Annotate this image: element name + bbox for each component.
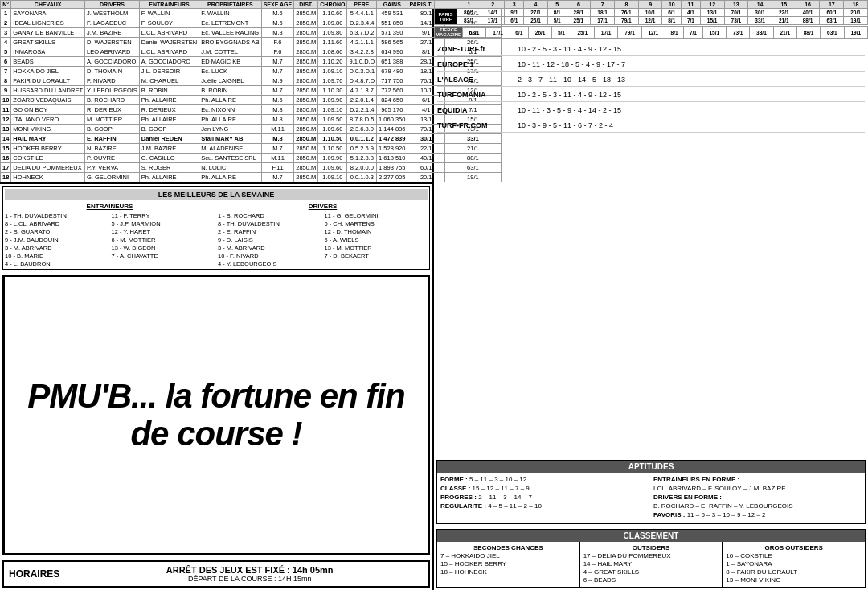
table-cell: 1.09.90	[318, 96, 347, 105]
prono-row: TURF-FR.COM10 - 3 - 9 - 5 - 11 - 6 - 7 -…	[437, 119, 865, 133]
list-item: 12 - D. THOMAIN	[325, 227, 428, 236]
col-drivers: DRIVERS	[85, 1, 140, 9]
race-table: N° CHEVAUX DRIVERS ENTRAINEURS PROPRIETA…	[0, 0, 502, 182]
tierce-grid-cell: 33/1	[750, 27, 773, 39]
table-cell: M.7	[261, 144, 294, 154]
grid-cell: 12/1	[638, 17, 662, 25]
table-cell: 5.1.2.8.8	[347, 154, 377, 163]
table-cell: 1 144 886	[377, 125, 407, 134]
classement-section: CLASSEMENT SECONDES CHANCES 7 – HOKKAIDO…	[436, 529, 866, 588]
grid-cell: 88/1	[796, 17, 820, 25]
list-item: 10 - F. NIVARD	[218, 252, 321, 260]
col-chevaux: CHEVAUX	[11, 1, 85, 9]
horaires-label: HORAIRES	[9, 568, 59, 580]
table-cell: GO ON BOY	[11, 105, 85, 115]
progres-value: 2 – 11 – 3 – 14 – 7	[478, 494, 532, 501]
table-cell: D.2.3.4.4	[347, 18, 377, 28]
prono-row: ZONE-TURF.fr10 - 2 - 5 - 3 - 11 - 4 - 9 …	[437, 43, 865, 56]
table-cell: ITALIANO VERO	[11, 115, 85, 125]
grid-cell: 28/1	[567, 9, 591, 17]
grid-cell: 8/1	[547, 9, 567, 17]
table-cell: 1 618 510	[377, 154, 407, 163]
table-cell: Ph. ALLAIRE	[199, 173, 262, 182]
table-cell: 9.1.0.D.D	[347, 57, 377, 67]
regularite-value: 4 – 5 – 11 – 2 – 10	[488, 502, 542, 510]
table-cell: A. GOCCIADORO	[85, 57, 140, 67]
table-cell: 1 060 350	[377, 115, 407, 125]
table-cell: M.6	[261, 18, 294, 28]
drivers-col-title: DRIVERS	[218, 203, 428, 210]
table-cell: M.6	[261, 96, 294, 105]
table-cell: Ec. NIXONN	[199, 105, 262, 115]
table-cell: 14	[1, 134, 11, 144]
horaires-bar: HORAIRES ARRÊT DES JEUX EST FIXÉ : 14h 0…	[2, 560, 430, 588]
favoris-label: FAVORIS :	[653, 511, 685, 518]
tierce-grid-cell: 7/1	[684, 27, 702, 39]
grid-cell: 4/1	[682, 9, 701, 17]
table-cell: 1 893 755	[377, 163, 407, 173]
table-cell: 3.4.2.2.8	[347, 47, 377, 57]
grid-cell: 5/1	[547, 17, 567, 25]
table-cell: 2850.M	[294, 105, 318, 115]
table-cell: M.7	[261, 86, 294, 96]
table-cell: 965 170	[377, 105, 407, 115]
table-cell: B. ROCHARD	[85, 96, 140, 105]
tierce-grid-cell: 5/1	[552, 27, 571, 39]
col-dist: DIST.	[294, 1, 318, 9]
tierce-grid-table: TIERCE MAGAZINE63/117/16/126/15/125/117/…	[434, 26, 868, 39]
table-cell: A. GOCCIADORO	[139, 57, 199, 67]
table-cell: MONI VIKING	[11, 125, 85, 134]
grid-table: 1 2 3 4 5 6 7 8 9 10 11 12 13 14 15 16 1	[434, 0, 868, 25]
grid-cell: 76/1	[614, 9, 638, 17]
list-item: 1 - B. ROCHARD	[218, 211, 321, 219]
list-item: 13 – MONI VIKING	[726, 576, 862, 584]
table-cell: 614 990	[377, 47, 407, 57]
list-item: 6 - A. WIELS	[325, 236, 428, 244]
meilleurs-section: LES MEILLEURS DE LA SEMAINE ENTRAINEURS …	[2, 186, 430, 270]
grid-cell: 22/1	[772, 9, 796, 17]
forme-label: FORME :	[440, 476, 468, 483]
table-cell: 4	[1, 38, 11, 47]
table-cell: M.7	[261, 67, 294, 76]
table-cell: D. WAJERSTEN	[85, 38, 140, 47]
col-2: 2	[481, 1, 505, 9]
table-cell: M.8	[261, 115, 294, 125]
grid-cell: 33/1	[748, 17, 772, 25]
progres-label: PROGRES :	[440, 494, 477, 501]
table-cell: F. NIVARD	[85, 76, 140, 86]
table-cell: F. LAGADEUC	[85, 18, 140, 28]
tierce-grid-cell: 63/1	[463, 27, 486, 39]
grid-cell: 15/1	[700, 17, 724, 25]
table-cell: 2850.M	[294, 76, 318, 86]
table-cell: 717 750	[377, 76, 407, 86]
table-cell: 1.10.50	[318, 144, 347, 154]
table-cell: 2850.M	[294, 57, 318, 67]
outsiders-col: OUTSIDERS 17 – DELIA DU POMMEREUX14 – HA…	[580, 542, 723, 587]
col-chrono: CHRONO	[318, 1, 347, 9]
pmu-ad: PMU'B... la fortune en fin de course !	[2, 275, 430, 555]
table-cell: 0.5.2.5.9	[347, 144, 377, 154]
tierce-grid-cell: 17/1	[594, 27, 617, 39]
list-item: 1 – SAYONARA	[726, 560, 862, 567]
table-cell: M. ALADENISE	[199, 144, 262, 154]
table-cell: L.CL. ABRIVARD	[139, 47, 199, 57]
table-cell: F. WALLIN	[139, 9, 199, 18]
drivers-forme-label: DRIVERS EN FORME :	[653, 494, 722, 501]
table-cell: D.0.3.D.1	[347, 67, 377, 76]
list-item: 3 - M. ABRIVARD	[218, 244, 321, 252]
table-cell: 1.10.60	[318, 9, 347, 18]
table-cell: 2850.M	[294, 38, 318, 47]
col-1: 1	[457, 1, 481, 9]
secondes-chances-title: SECONDES CHANCES	[440, 544, 576, 551]
grid-cell: 6/1	[662, 9, 682, 17]
tierce-grid-cell: 6/1	[510, 27, 528, 39]
table-cell: 17	[1, 163, 11, 173]
table-cell: 1.10.30	[318, 86, 347, 96]
table-cell: J.M. BAZIRE	[85, 28, 140, 38]
table-cell: 1.09.10	[318, 67, 347, 76]
list-item: 4 – GREAT SKILLS	[583, 568, 719, 576]
table-cell: P.Y. VERVA	[85, 163, 140, 173]
grid-cell: 60/1	[820, 9, 844, 17]
col-perf: PERF.	[347, 1, 377, 9]
col-proprietaires: PROPRIETAIRES	[199, 1, 262, 9]
